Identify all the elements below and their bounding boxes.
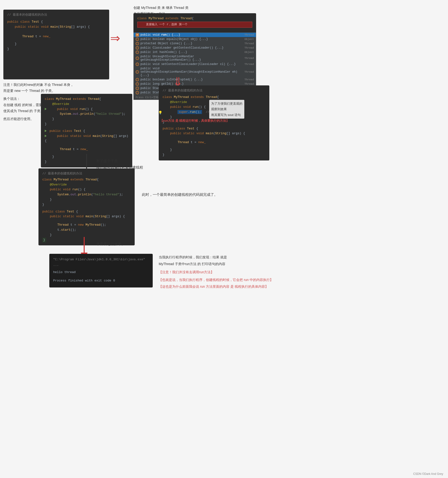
autocomplete-item-hashcode[interactable]: c public int hashCode() {...} Object bbox=[134, 50, 256, 54]
arrow-down-3 bbox=[77, 237, 91, 256]
run-output-line3: Process finished with exit code 0 bbox=[53, 278, 149, 283]
code-block-bottom1: // 最基本的创建线程的办法 class MyThread extends Th… bbox=[38, 168, 135, 245]
super-run-annotation: 为了方便我们更直观的 观察到效果 将其重写为 sout 语句 bbox=[209, 100, 244, 119]
autocomplete-item-clone[interactable]: c protected Object clone() {...} Thread bbox=[134, 41, 256, 46]
autocomplete-item-getuncaught[interactable]: c public UncaughtExceptionHandler getUnc… bbox=[134, 54, 256, 62]
arrow-down-1: ⇒ bbox=[171, 76, 185, 87]
run-output-line1: hello thread bbox=[53, 269, 149, 275]
watermark: CSDN ©Dark And Grey bbox=[413, 472, 443, 476]
run-method-note: 【run方法 是 线程运行时候，具体要执行的方法】 bbox=[160, 118, 229, 123]
autocomplete-item-equals[interactable]: c public boolean equals(Object obj) {...… bbox=[134, 37, 256, 41]
run-explain-label: 当我执行行程序的时候，我们发现：结果 就是 MyThread 子类中run方法 … bbox=[159, 254, 273, 290]
autocomplete-item-setcontext[interactable]: c public void setContextClassLoader(Clas… bbox=[134, 62, 256, 66]
autocomplete-item-setuncaught[interactable]: c public void setUncaughtExceptionHandle… bbox=[134, 66, 256, 77]
run-label: 来看看运行效果。 bbox=[96, 241, 125, 247]
run-cmd: "C:\Program Files\Java\jdk1.8.0_301\bin\… bbox=[53, 257, 149, 268]
autocomplete-item-isinterrupted[interactable]: c public boolean isInterrupted() {...} T… bbox=[134, 77, 256, 82]
code-block-topleft: // 最基本的创建线程的办法 public class Test { publi… bbox=[3, 10, 109, 79]
run-output-block: "C:\Program Files\Java\jdk1.8.0_301\bin\… bbox=[49, 254, 153, 287]
autocomplete-item-getcontextclassloader[interactable]: c public ClassLoader getContextClassLoad… bbox=[134, 46, 256, 50]
section3-label: 此时，一个最简单的创建线程的代码就完成了。 bbox=[142, 191, 218, 198]
autocomplete-item-run[interactable]: m public void run() {...} Thread bbox=[134, 33, 256, 37]
arrow-right-1: ⇒ bbox=[110, 31, 120, 45]
